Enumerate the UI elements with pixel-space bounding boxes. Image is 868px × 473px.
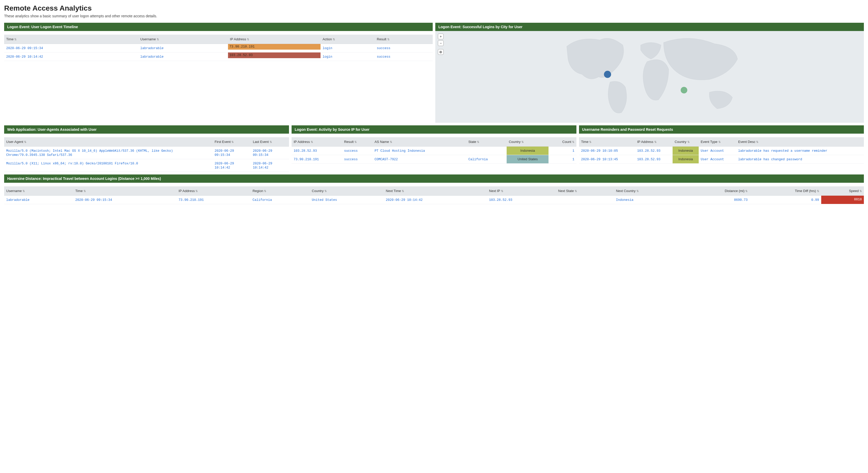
sort-icon[interactable]: ⇅ xyxy=(387,38,390,41)
sort-icon[interactable]: ⇅ xyxy=(575,189,577,193)
time-link[interactable]: 2020-06-29 10:10:05 xyxy=(581,149,618,153)
region-link[interactable]: California xyxy=(252,198,272,202)
next-ip-link[interactable]: 103.28.52.93 xyxy=(489,198,512,202)
column-header[interactable]: Country⇅ xyxy=(507,137,549,147)
sort-icon[interactable]: ⇅ xyxy=(589,140,591,144)
column-header[interactable]: Action⇅ xyxy=(320,35,375,44)
column-header[interactable]: Count⇅ xyxy=(549,137,577,147)
action-link[interactable]: login xyxy=(322,55,333,59)
sort-icon[interactable]: ⇅ xyxy=(195,189,198,193)
action-link[interactable]: login xyxy=(322,46,333,50)
sort-icon[interactable]: ⇅ xyxy=(157,38,159,41)
count-link[interactable]: 1 xyxy=(572,158,575,161)
username-link[interactable]: labradorable xyxy=(141,46,164,50)
column-header[interactable]: Result⇅ xyxy=(375,35,433,44)
sort-icon[interactable]: ⇅ xyxy=(501,189,503,193)
result-link[interactable]: success xyxy=(344,158,358,161)
ip-address-link[interactable]: 73.90.210.191 xyxy=(179,198,204,202)
next-time-link[interactable]: 2020-06-29 10:14:42 xyxy=(386,198,423,202)
map-locate-button[interactable]: ⊕ xyxy=(438,49,443,55)
time-diff-link[interactable]: 0.99 xyxy=(811,198,819,202)
distance-link[interactable]: 8690.73 xyxy=(734,198,748,202)
column-header[interactable]: Time Diff (hrs)⇅ xyxy=(750,186,821,196)
sort-icon[interactable]: ⇅ xyxy=(247,38,249,41)
sort-icon[interactable]: ⇅ xyxy=(23,189,25,193)
time-link[interactable]: 2020-06-29 09:15:34 xyxy=(75,198,112,202)
ip-address-link[interactable]: 103.28.52.93 xyxy=(293,149,317,153)
sort-icon[interactable]: ⇅ xyxy=(333,38,335,41)
column-header[interactable]: Event Desc⇅ xyxy=(736,137,864,147)
sort-icon[interactable]: ⇅ xyxy=(231,140,234,144)
country-link[interactable]: United States xyxy=(312,198,337,202)
column-header[interactable]: IP Address⇅ xyxy=(177,186,250,196)
world-map[interactable]: + − ⊕ xyxy=(435,31,864,123)
as-name-link[interactable]: PT Cloud Hosting Indonesia xyxy=(375,149,425,153)
column-header[interactable]: First Event⇅ xyxy=(213,137,251,147)
sort-icon[interactable]: ⇅ xyxy=(390,140,392,144)
column-header[interactable]: Event Type⇅ xyxy=(699,137,736,147)
column-header[interactable]: Next State⇅ xyxy=(556,186,614,196)
sort-icon[interactable]: ⇅ xyxy=(637,189,639,193)
sort-icon[interactable]: ⇅ xyxy=(354,140,357,144)
state-link[interactable]: California xyxy=(468,158,488,161)
column-header[interactable]: Time⇅ xyxy=(73,186,177,196)
ip-address-link[interactable]: 103.28.52.93 xyxy=(637,149,660,153)
time-link[interactable]: 2020-06-29 10:13:45 xyxy=(581,158,618,161)
user-agent-link[interactable]: Mozilla/5.0 (Macintosh; Intel Mac OS X 1… xyxy=(6,149,173,157)
sort-icon[interactable]: ⇅ xyxy=(324,189,327,193)
column-header[interactable]: Distance (mi)⇅ xyxy=(682,186,750,196)
first-event-link[interactable]: 2020-06-29 09:15:34 xyxy=(215,149,234,157)
map-zoom-out-button[interactable]: − xyxy=(438,40,443,46)
sort-icon[interactable]: ⇅ xyxy=(572,140,575,144)
last-event-link[interactable]: 2020-06-29 10:14:42 xyxy=(253,162,272,169)
column-header[interactable]: IP Address⇅ xyxy=(291,137,342,147)
count-link[interactable]: 1 xyxy=(572,149,575,153)
column-header[interactable]: AS Name⇅ xyxy=(372,137,466,147)
column-header[interactable]: Time⇅ xyxy=(4,35,138,44)
column-header[interactable]: Next Country⇅ xyxy=(614,186,682,196)
column-header[interactable]: Username⇅ xyxy=(138,35,228,44)
event-type-link[interactable]: User Account xyxy=(701,158,724,161)
column-header[interactable]: Username⇅ xyxy=(4,186,73,196)
sort-icon[interactable]: ⇅ xyxy=(24,140,26,144)
sort-icon[interactable]: ⇅ xyxy=(84,189,86,193)
sort-icon[interactable]: ⇅ xyxy=(654,140,656,144)
user-agent-link[interactable]: Mozilla/5.0 (X11; Linux x86_64; rv:10.0)… xyxy=(6,162,138,165)
sort-icon[interactable]: ⇅ xyxy=(14,38,17,41)
username-link[interactable]: labradorable xyxy=(6,198,29,202)
sort-icon[interactable]: ⇅ xyxy=(817,189,819,193)
sort-icon[interactable]: ⇅ xyxy=(521,140,524,144)
result-link[interactable]: success xyxy=(377,55,391,59)
map-marker-indonesia[interactable] xyxy=(681,87,687,94)
map-marker-united-states[interactable] xyxy=(604,71,611,78)
column-header[interactable]: User-Agent⇅ xyxy=(4,137,213,147)
ip-address-link[interactable]: 73.90.210.191 xyxy=(293,158,319,161)
sort-icon[interactable]: ⇅ xyxy=(718,140,721,144)
sort-icon[interactable]: ⇅ xyxy=(860,189,862,193)
event-type-link[interactable]: User Account xyxy=(701,149,724,153)
last-event-link[interactable]: 2020-06-29 09:15:34 xyxy=(253,149,272,157)
column-header[interactable]: Result⇅ xyxy=(342,137,372,147)
sort-icon[interactable]: ⇅ xyxy=(311,140,313,144)
column-header[interactable]: Region⇅ xyxy=(250,186,310,196)
column-header[interactable]: IP Address⇅ xyxy=(635,137,673,147)
map-zoom-in-button[interactable]: + xyxy=(438,34,443,39)
next-country-link[interactable]: Indonesia xyxy=(616,198,633,202)
column-header[interactable]: Speed⇅ xyxy=(821,186,864,196)
column-header[interactable]: Country⇅ xyxy=(673,137,699,147)
sort-icon[interactable]: ⇅ xyxy=(270,140,272,144)
username-link[interactable]: labradorable xyxy=(141,55,164,59)
sort-icon[interactable]: ⇅ xyxy=(477,140,479,144)
column-header[interactable]: Last Event⇅ xyxy=(251,137,289,147)
as-name-link[interactable]: COMCAST-7922 xyxy=(375,158,398,161)
sort-icon[interactable]: ⇅ xyxy=(687,140,690,144)
column-header[interactable]: Country⇅ xyxy=(310,186,383,196)
column-header[interactable]: Time⇅ xyxy=(579,137,635,147)
result-link[interactable]: success xyxy=(344,149,358,153)
first-event-link[interactable]: 2020-06-29 10:14:42 xyxy=(215,162,234,169)
event-desc-link[interactable]: labradorable has changed password xyxy=(738,158,802,161)
sort-icon[interactable]: ⇅ xyxy=(745,189,748,193)
column-header[interactable]: Next Time⇅ xyxy=(384,186,487,196)
sort-icon[interactable]: ⇅ xyxy=(756,140,758,144)
ip-address-link[interactable]: 103.28.52.93 xyxy=(637,158,660,161)
